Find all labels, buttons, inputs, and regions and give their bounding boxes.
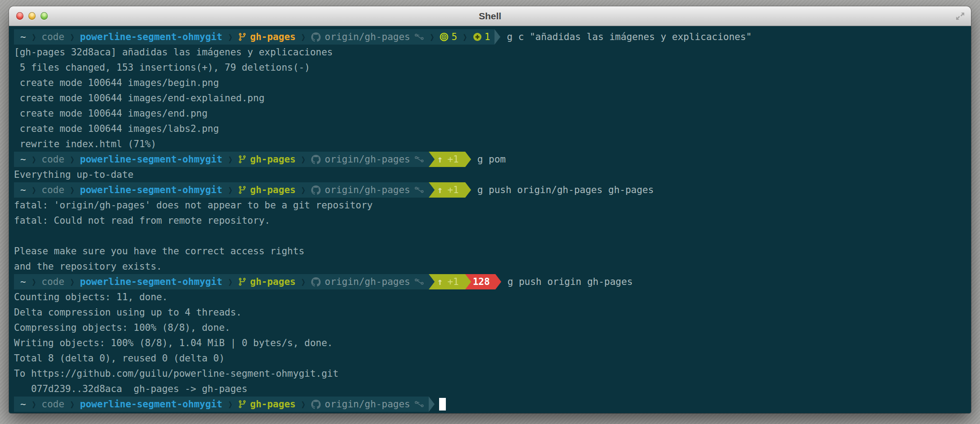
chevron-separator-icon: ❯ xyxy=(32,399,36,410)
chevron-separator-icon: ❯ xyxy=(32,32,36,42)
merge-arrow-icon xyxy=(414,33,424,41)
prompt-dir-code: code xyxy=(41,399,64,410)
output-text: Total 8 (delta 0), reused 0 (delta 0) xyxy=(14,353,225,364)
prompt-dir-project: powerline-segment-ohmygit xyxy=(80,32,222,42)
prompt-remote: origin/gh-pages xyxy=(325,276,410,287)
exit-code-segment: 128 xyxy=(465,274,495,289)
fullscreen-icon[interactable] xyxy=(955,11,966,22)
window-title: Shell xyxy=(9,11,971,22)
output-line: Compressing objects: 100% (8/8), done. xyxy=(14,320,971,335)
prompt-home: ~ xyxy=(20,399,26,410)
output-line: Writing objects: 100% (8/8), 1.04 MiB | … xyxy=(14,335,971,351)
prompt-branch: gh-pages xyxy=(250,185,295,195)
output-text: Compressing objects: 100% (8/8), done. xyxy=(14,322,230,333)
push-count: +1 xyxy=(447,185,458,195)
output-line: Delta compression using up to 4 threads. xyxy=(14,305,971,320)
segment-arrow-icon xyxy=(465,152,471,167)
chevron-separator-icon: ❯ xyxy=(301,276,306,287)
command-text: g pom xyxy=(477,154,506,165)
output-text: create mode 100644 images/end-explained.… xyxy=(14,93,264,104)
prompt-dir-project: powerline-segment-ohmygit xyxy=(80,276,222,287)
segment-arrow-icon xyxy=(495,274,501,289)
output-line: and the repository exists. xyxy=(14,259,971,274)
output-line: create mode 100644 images/begin.png xyxy=(14,75,971,90)
chevron-separator-icon: ❯ xyxy=(463,32,467,42)
push-up-arrow-icon: ↑ xyxy=(437,276,443,287)
output-line: create mode 100644 images/end-explained.… xyxy=(14,90,971,106)
prompt-path-bar: ~ ❯ code ❯ powerline-segment-ohmygit ❯ g… xyxy=(14,152,429,167)
git-branch-icon xyxy=(238,277,247,286)
output-text: rewrite index.html (71%) xyxy=(14,139,156,149)
output-text: Counting objects: 11, done. xyxy=(14,292,168,302)
command-text: g push origin gh-pages xyxy=(508,276,633,287)
output-line: rewrite index.html (71%) xyxy=(14,136,971,152)
desktop-background: Shell ~ ❯ code ❯ powerline-segment-ohmyg… xyxy=(0,0,980,424)
output-text: Writing objects: 100% (8/8), 1.04 MiB | … xyxy=(14,338,333,348)
prompt-end-arrow-icon xyxy=(429,397,435,412)
git-branch-icon xyxy=(238,185,247,194)
github-octocat-icon xyxy=(311,32,321,42)
exit-code: 128 xyxy=(473,276,490,287)
untracked-count: 5 xyxy=(451,32,457,42)
push-up-arrow-icon: ↑ xyxy=(437,185,443,195)
prompt-branch: gh-pages xyxy=(250,399,295,410)
chevron-separator-icon: ❯ xyxy=(301,185,306,195)
push-ahead-segment: ↑ +1 xyxy=(429,274,465,289)
output-text: create mode 100644 images/begin.png xyxy=(14,77,219,88)
push-count: +1 xyxy=(447,154,458,165)
output-text: create mode 100644 images/end.png xyxy=(14,108,208,119)
chevron-separator-icon: ❯ xyxy=(32,276,36,287)
chevron-separator-icon: ❯ xyxy=(228,399,232,410)
prompt-path-bar: ~ ❯ code ❯ powerline-segment-ohmygit ❯ g… xyxy=(14,274,429,289)
window-titlebar[interactable]: Shell xyxy=(9,6,971,26)
output-line: create mode 100644 images/end.png xyxy=(14,106,971,121)
added-count: 1 xyxy=(485,32,490,42)
chevron-separator-icon: ❯ xyxy=(70,154,74,165)
chevron-separator-icon: ❯ xyxy=(32,185,36,195)
output-line: Counting objects: 11, done. xyxy=(14,289,971,305)
prompt-dir-code: code xyxy=(41,154,64,165)
output-text: Everything up-to-date xyxy=(14,169,134,180)
prompt-home: ~ xyxy=(20,185,26,195)
git-branch-icon xyxy=(238,155,247,164)
prompt-path-bar: ~ ❯ code ❯ powerline-segment-ohmygit ❯ g… xyxy=(14,182,429,198)
terminal-window: Shell ~ ❯ code ❯ powerline-segment-ohmyg… xyxy=(9,6,971,413)
push-up-arrow-icon: ↑ xyxy=(437,154,443,165)
output-text: fatal: Could not read from remote reposi… xyxy=(14,215,270,226)
github-octocat-icon xyxy=(311,185,321,195)
output-text: 5 files changed, 153 insertions(+), 79 d… xyxy=(14,62,310,73)
merge-arrow-icon xyxy=(414,155,424,163)
untracked-files-icon xyxy=(440,32,449,41)
prompt-branch: gh-pages xyxy=(250,276,295,287)
chevron-separator-icon: ❯ xyxy=(430,32,434,42)
github-octocat-icon xyxy=(311,277,321,287)
terminal-cursor[interactable] xyxy=(439,398,446,410)
segment-arrow-icon xyxy=(465,182,471,198)
chevron-separator-icon: ❯ xyxy=(228,32,232,42)
prompt-path-bar: ~ ❯ code ❯ powerline-segment-ohmygit ❯ g… xyxy=(14,397,429,412)
prompt-remote: origin/gh-pages xyxy=(325,399,410,410)
output-line: Please make sure you have the correct ac… xyxy=(14,244,971,259)
prompt-line: ~ ❯ code ❯ powerline-segment-ohmygit ❯ g… xyxy=(14,29,971,45)
prompt-dir-project: powerline-segment-ohmygit xyxy=(80,185,222,195)
prompt-dir-project: powerline-segment-ohmygit xyxy=(80,399,222,410)
push-ahead-segment: ↑ +1 xyxy=(429,182,465,198)
output-text: Delta compression using up to 4 threads. xyxy=(14,307,242,318)
prompt-home: ~ xyxy=(20,32,26,42)
output-line: fatal: Could not read from remote reposi… xyxy=(14,213,971,228)
prompt-home: ~ xyxy=(20,276,26,287)
output-text: and the repository exists. xyxy=(14,261,162,272)
chevron-separator-icon: ❯ xyxy=(32,154,36,165)
prompt-dir-project: powerline-segment-ohmygit xyxy=(80,154,222,165)
output-text: [gh-pages 32d8aca] añadidas las imágenes… xyxy=(14,47,333,58)
output-line: 5 files changed, 153 insertions(+), 79 d… xyxy=(14,60,971,75)
prompt-dir-code: code xyxy=(41,185,64,195)
command-text: g push origin/gh-pages gh-pages xyxy=(477,185,654,195)
terminal-screen[interactable]: ~ ❯ code ❯ powerline-segment-ohmygit ❯ g… xyxy=(9,26,971,413)
git-branch-icon xyxy=(238,400,247,409)
prompt-remote: origin/gh-pages xyxy=(325,154,410,165)
merge-arrow-icon xyxy=(414,278,424,286)
github-octocat-icon xyxy=(311,400,321,409)
chevron-separator-icon: ❯ xyxy=(228,276,232,287)
output-line: fatal: 'origin/gh-pages' does not appear… xyxy=(14,198,971,213)
